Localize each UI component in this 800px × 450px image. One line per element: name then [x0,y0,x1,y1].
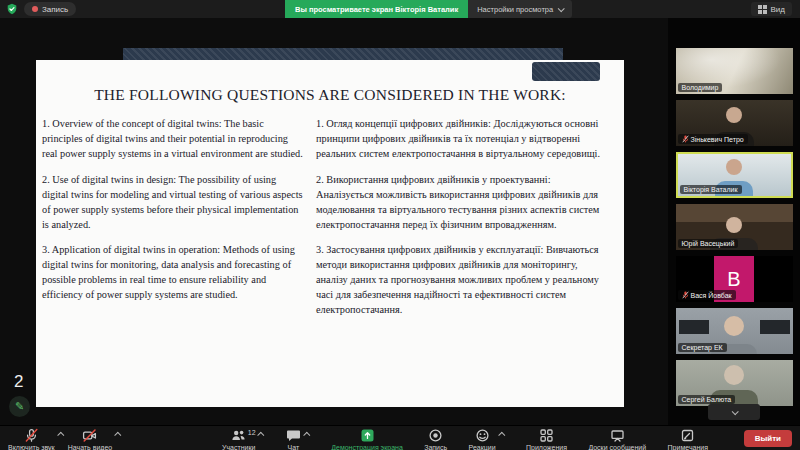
presentation-slide: THE FOLLOWING QUESTIONS ARE CONSIDERED I… [36,60,624,407]
recording-dot-icon [32,6,38,12]
slide-english-column: 1. Overview of the concept of digital tw… [42,117,304,329]
participant-name: Зінькевич Петро [691,136,744,143]
shared-screen-area: THE FOLLOWING QUESTIONS ARE CONSIDERED I… [0,18,668,425]
participants-button[interactable]: 12 Участники [222,426,255,450]
leave-label: Выйти [755,434,781,443]
ukrainian-paragraph-3: 3. Застосування цифрових двійників у екс… [316,243,604,318]
view-label: Вид [771,5,785,14]
notes-label: Примечания [668,444,708,450]
apps-button[interactable]: Приложения [526,426,567,450]
start-video-button[interactable]: Начать видео [68,426,112,450]
zoom-meeting-window: Запись Вы просматриваете экран Вікторія … [0,0,800,450]
leave-meeting-button[interactable]: Выйти [744,430,792,447]
viewing-screen-banner: Вы просматриваете экран Вікторія Ваталик [285,0,468,18]
participants-sidebar: Володимир Зінькевич Петро Вікторія Ватал… [668,18,800,425]
participant-name: Секретар ЕК [682,344,723,351]
participant-tile[interactable]: Зінькевич Петро [676,100,793,146]
participant-tile-active-speaker[interactable]: Вікторія Ваталик [676,152,793,198]
slide-ukrainian-column: 1. Огляд концепції цифрових двійників: Д… [316,117,604,329]
ukrainian-paragraph-1: 1. Огляд концепції цифрових двійників: Д… [316,117,604,162]
whiteboards-label: Доски сообщений [588,444,646,450]
meeting-toolbar: Включить звук Начать видео [0,425,800,450]
annotate-pencil-icon: ✎ [15,401,24,412]
participant-tile[interactable]: Володимир [676,48,793,94]
participants-count-badge: 12 [248,429,256,436]
participant-name: Володимир [682,84,719,91]
camera-off-icon [82,428,97,443]
unmute-label: Включить звук [8,444,55,450]
participants-options-chevron-icon[interactable] [258,432,265,439]
recording-indicator[interactable]: Запись [24,2,76,16]
share-screen-icon [360,428,375,443]
chat-button[interactable]: Чат [286,426,301,450]
record-icon [428,428,443,443]
whiteboard-icon [610,428,625,443]
participant-name: Вася Йовбак [691,292,732,299]
participant-name: Юрій Васецький [682,240,735,247]
grid-view-icon [758,5,767,14]
chevron-down-icon [731,408,738,415]
apps-label: Приложения [526,444,567,450]
notes-button[interactable]: Примечания [668,426,708,450]
slide-overlay-tab [532,62,600,81]
ukrainian-paragraph-2: 2. Використання цифрових двійників у про… [316,173,604,233]
chat-options-chevron-icon[interactable] [303,432,310,439]
chat-label: Чат [288,444,300,450]
slide-title: THE FOLLOWING QUESTIONS ARE CONSIDERED I… [36,86,624,104]
record-label: Запись [424,444,447,450]
mic-options-chevron-icon[interactable] [57,432,64,439]
security-shield-icon[interactable] [6,3,18,15]
participants-label: Участники [222,444,255,450]
recording-label: Запись [42,5,68,14]
english-paragraph-3: 3. Application of digital twins in opera… [42,243,304,303]
reactions-button[interactable]: Реакции [469,426,496,450]
smiley-icon [475,428,490,443]
mic-muted-icon [682,135,689,143]
participant-name: Вікторія Ваталик [684,186,738,193]
apps-grid-icon [539,428,554,443]
annotate-button[interactable]: ✎ [9,396,30,417]
meeting-top-bar: Запись Вы просматриваете экран Вікторія … [0,0,800,18]
english-paragraph-1: 1. Overview of the concept of digital tw… [42,117,304,162]
participant-tile[interactable]: Сергей Балюта [676,360,793,406]
chevron-down-icon [558,5,565,12]
view-options-label: Настройки просмотра [477,5,553,14]
participant-tile[interactable]: Юрій Васецький [676,204,793,250]
participant-tile[interactable]: B Вася Йовбак [676,256,793,302]
video-options-chevron-icon[interactable] [114,432,121,439]
participant-tile[interactable]: Секретар ЕК [676,308,793,354]
notes-icon [680,428,695,443]
share-screen-label: Демонстрация экрана [331,444,403,450]
slide-page-number: 2 [14,372,23,392]
reactions-label: Реакции [469,444,496,450]
start-video-label: Начать видео [68,444,112,450]
mic-muted-icon [24,428,39,443]
participant-name: Сергей Балюта [682,396,732,403]
view-layout-button[interactable]: Вид [751,2,792,16]
participants-scroll-down-button[interactable] [708,404,760,420]
whiteboards-button[interactable]: Доски сообщений [588,426,646,450]
chat-bubble-icon [286,428,301,443]
view-options-button[interactable]: Настройки просмотра [468,0,572,18]
unmute-button[interactable]: Включить звук [8,426,55,450]
english-paragraph-2: 2. Use of digital twins in design: The p… [42,173,304,233]
share-screen-button[interactable]: Демонстрация экрана [331,426,403,450]
mic-muted-icon [682,291,689,299]
record-button[interactable]: Запись [424,426,447,450]
reactions-options-chevron-icon[interactable] [498,432,505,439]
avatar-letter: B [727,268,740,291]
participants-icon [231,428,246,443]
